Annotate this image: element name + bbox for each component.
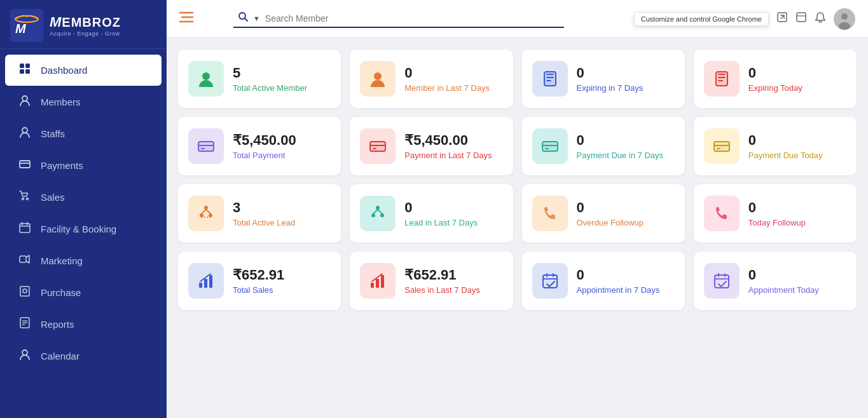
card-label: Overdue Followup	[577, 218, 644, 227]
card-value: ₹5,450.00	[404, 132, 492, 149]
svg-rect-6	[25, 69, 30, 74]
svg-rect-4	[25, 64, 30, 68]
card-info-appointment-today: 0 Appointment Today	[748, 267, 819, 294]
card-payment-last-7[interactable]: ₹5,450.00 Payment in Last 7 Days	[350, 117, 513, 175]
payments-icon	[18, 158, 32, 173]
svg-rect-54	[714, 142, 729, 151]
svg-point-65	[371, 213, 375, 217]
card-appointment-today[interactable]: 0 Appointment Today	[694, 252, 857, 310]
purchase-icon	[18, 285, 32, 300]
svg-rect-45	[201, 148, 205, 149]
card-value: 0	[577, 65, 644, 81]
svg-rect-74	[381, 275, 384, 288]
svg-rect-57	[717, 148, 720, 149]
svg-rect-70	[204, 279, 207, 288]
sidebar-item-sales[interactable]: Sales	[5, 182, 162, 213]
card-total-payment[interactable]: ₹5,450.00 Total Payment	[178, 117, 341, 175]
svg-point-35	[839, 22, 850, 30]
card-value: 3	[233, 199, 295, 216]
sidebar-item-marketing[interactable]: Marketing	[5, 245, 162, 276]
sidebar-item-reports[interactable]: Reports	[5, 309, 162, 340]
card-value: 0	[404, 199, 478, 216]
hamburger-icon[interactable]	[179, 11, 193, 26]
card-icon-payment-due-7	[532, 128, 568, 164]
bell-icon[interactable]	[815, 11, 826, 26]
svg-line-68	[378, 210, 382, 213]
card-info-payment-last-7: ₹5,450.00 Payment in Last 7 Days	[404, 132, 492, 159]
card-icon-today-followup	[704, 196, 740, 231]
card-value: 0	[577, 132, 664, 149]
card-icon-total-payment	[188, 128, 224, 164]
card-value: 0	[404, 65, 490, 81]
card-total-active-member[interactable]: 5 Total Active Member	[178, 50, 341, 108]
svg-rect-53	[545, 148, 549, 149]
sidebar-item-staffs[interactable]: Staffs	[5, 118, 162, 149]
card-value: ₹652.91	[404, 267, 480, 283]
card-info-overdue-followup: 0 Overdue Followup	[577, 199, 644, 227]
card-info-expiring-today: 0 Expiring Today	[748, 65, 803, 92]
marketing-icon	[18, 253, 32, 268]
sidebar-item-payments[interactable]: Payments	[5, 150, 162, 181]
card-info-payment-due-7: 0 Payment Due in 7 Days	[577, 132, 664, 159]
svg-rect-69	[199, 283, 202, 288]
card-expiring-today[interactable]: 0 Expiring Today	[694, 50, 857, 108]
svg-rect-17	[20, 256, 26, 262]
card-expiring-7-days[interactable]: 0 Expiring in 7 Days	[522, 50, 685, 108]
svg-point-59	[200, 213, 203, 217]
card-info-sales-last-7: ₹652.91 Sales in Last 7 Days	[404, 267, 480, 294]
sidebar-item-label: Dashboard	[41, 65, 87, 76]
card-value: ₹652.91	[233, 267, 284, 283]
card-info-total-sales: ₹652.91 Total Sales	[233, 267, 284, 294]
card-today-followup[interactable]: 0 Today Followup	[694, 184, 857, 243]
card-icon-sales-last-7	[360, 263, 396, 299]
svg-line-62	[206, 210, 210, 213]
card-value: 0	[748, 65, 803, 81]
sidebar-item-label: Payments	[41, 160, 83, 171]
sidebar-item-label: Sales	[41, 192, 65, 203]
dashboard: 5 Total Active Member 0 Member in Last 7…	[167, 38, 868, 418]
svg-rect-71	[209, 275, 212, 288]
extend-icon[interactable]	[776, 11, 788, 26]
card-label: Expiring Today	[748, 83, 803, 93]
topbar-actions: Customize and control Google Chrome	[634, 8, 855, 30]
topbar: ▼ Customize and control Google Chrome	[167, 0, 868, 38]
sidebar-item-dashboard[interactable]: Dashboard	[5, 55, 162, 86]
window-icon[interactable]	[796, 11, 807, 26]
user-avatar[interactable]	[834, 8, 855, 30]
card-total-active-lead[interactable]: 3 Total Active Lead	[178, 184, 341, 243]
svg-point-37	[374, 72, 382, 80]
svg-line-28	[245, 18, 247, 21]
card-icon-expiring-today	[704, 61, 740, 97]
card-appointment-7[interactable]: 0 Appointment in 7 Days	[522, 252, 685, 310]
card-info-appointment-7: 0 Appointment in 7 Days	[577, 267, 660, 294]
logo-tagline: Acquire - Engage - Grow	[50, 30, 121, 37]
card-total-sales[interactable]: ₹652.91 Total Sales	[178, 252, 341, 310]
card-info-today-followup: 0 Today Followup	[748, 199, 806, 227]
card-member-last-7[interactable]: 0 Member in Last 7 Days	[350, 50, 513, 108]
sidebar-item-purchase[interactable]: Purchase	[5, 277, 162, 308]
svg-point-23	[22, 350, 27, 355]
sidebar-item-calendar[interactable]: Calendar	[5, 340, 162, 372]
card-overdue-followup[interactable]: 0 Overdue Followup	[522, 184, 685, 243]
main-content: ▼ Customize and control Google Chrome	[167, 0, 868, 418]
cards-grid: 5 Total Active Member 0 Member in Last 7…	[178, 50, 857, 310]
sidebar-item-label: Marketing	[41, 255, 83, 266]
svg-rect-50	[542, 142, 558, 151]
svg-rect-13	[20, 224, 30, 233]
svg-rect-31	[797, 13, 806, 22]
card-payment-due-today[interactable]: 0 Payment Due Today	[694, 117, 857, 175]
card-icon-total-sales	[188, 263, 224, 299]
search-input[interactable]	[265, 13, 559, 24]
card-label: Sales in Last 7 Days	[404, 285, 480, 295]
svg-rect-72	[371, 283, 374, 288]
card-label: Today Followup	[748, 218, 806, 227]
card-lead-last-7[interactable]: 0 Lead in Last 7 Days	[350, 184, 513, 243]
card-sales-last-7[interactable]: ₹652.91 Sales in Last 7 Days	[350, 252, 513, 310]
sidebar-item-label: Facility & Booking	[41, 224, 116, 234]
search-dropdown[interactable]: ▼	[253, 15, 260, 22]
svg-point-11	[22, 198, 24, 200]
svg-rect-46	[370, 142, 385, 151]
sidebar-item-facility[interactable]: Facility & Booking	[5, 213, 162, 245]
card-payment-due-7[interactable]: 0 Payment Due in 7 Days	[522, 117, 685, 175]
sidebar-item-members[interactable]: Members	[5, 86, 162, 118]
